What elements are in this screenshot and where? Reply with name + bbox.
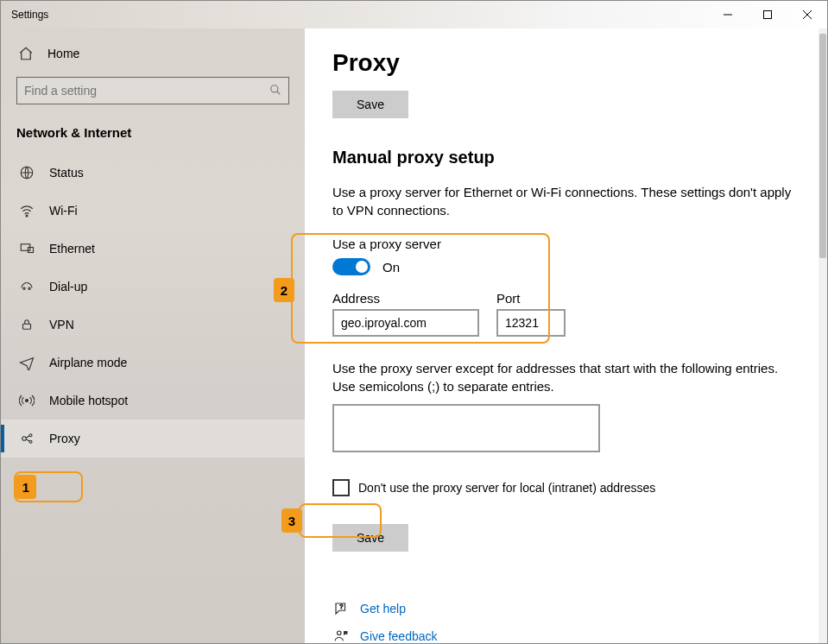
nav-label: Ethernet bbox=[49, 242, 95, 256]
sidebar-item-home[interactable]: Home bbox=[1, 37, 305, 70]
svg-point-4 bbox=[271, 85, 278, 92]
minimize-button[interactable] bbox=[708, 1, 748, 28]
nav-label: Airplane mode bbox=[49, 356, 127, 369]
local-checkbox[interactable] bbox=[332, 479, 350, 496]
hotspot-icon bbox=[18, 392, 35, 409]
nav-label: Mobile hotspot bbox=[49, 394, 128, 407]
scrollbar-thumb[interactable] bbox=[819, 34, 826, 258]
section-heading: Manual proxy setup bbox=[332, 148, 793, 167]
sidebar: Home Network & Internet Status bbox=[1, 28, 305, 643]
vpn-icon bbox=[18, 316, 35, 333]
titlebar: Settings bbox=[1, 1, 827, 28]
svg-text:?: ? bbox=[340, 603, 344, 609]
give-feedback-text: Give feedback bbox=[360, 629, 438, 643]
maximize-button[interactable] bbox=[748, 1, 787, 28]
content-area: Home Network & Internet Status bbox=[1, 28, 827, 643]
get-help-text: Get help bbox=[360, 602, 406, 616]
use-proxy-label: Use a proxy server bbox=[332, 237, 793, 251]
nav-label: Proxy bbox=[49, 432, 80, 445]
save-button-top[interactable]: Save bbox=[332, 91, 408, 118]
port-input[interactable] bbox=[496, 309, 566, 337]
section-title: Network & Internet bbox=[1, 118, 305, 154]
svg-point-11 bbox=[28, 287, 30, 289]
exceptions-textarea[interactable] bbox=[332, 404, 600, 452]
airplane-icon bbox=[18, 354, 35, 371]
use-proxy-toggle[interactable] bbox=[332, 258, 370, 275]
give-feedback-link[interactable]: Give feedback bbox=[332, 622, 793, 643]
svg-rect-1 bbox=[764, 11, 772, 19]
status-icon bbox=[18, 164, 35, 181]
search-wrap bbox=[16, 77, 289, 104]
page-title: Proxy bbox=[332, 49, 793, 77]
svg-point-20 bbox=[338, 631, 342, 635]
sidebar-item-airplane[interactable]: Airplane mode bbox=[1, 344, 305, 382]
search-input[interactable] bbox=[24, 84, 269, 98]
settings-window: Settings Home Network & Interne bbox=[0, 0, 828, 644]
nav-label: Dial-up bbox=[49, 280, 87, 294]
main-panel: Proxy Save Manual proxy setup Use a prox… bbox=[305, 28, 827, 643]
sidebar-item-wifi[interactable]: Wi-Fi bbox=[1, 192, 305, 230]
nav-label: Status bbox=[49, 166, 84, 180]
svg-point-16 bbox=[29, 440, 32, 443]
svg-line-17 bbox=[26, 436, 29, 438]
sidebar-item-hotspot[interactable]: Mobile hotspot bbox=[1, 382, 305, 420]
svg-point-13 bbox=[26, 400, 28, 402]
sidebar-item-ethernet[interactable]: Ethernet bbox=[1, 230, 305, 268]
svg-point-15 bbox=[29, 434, 32, 437]
scrollbar-track[interactable] bbox=[819, 28, 827, 643]
search-icon bbox=[269, 84, 281, 98]
address-input[interactable] bbox=[332, 309, 479, 337]
section-description: Use a proxy server for Ethernet or Wi-Fi… bbox=[332, 183, 793, 219]
wifi-icon bbox=[18, 202, 35, 219]
dialup-icon bbox=[18, 278, 35, 295]
feedback-icon bbox=[332, 628, 350, 643]
save-button-bottom[interactable]: Save bbox=[332, 524, 408, 552]
svg-rect-12 bbox=[23, 324, 31, 329]
local-checkbox-label: Don't use the proxy server for local (in… bbox=[358, 481, 655, 495]
svg-rect-9 bbox=[28, 248, 34, 253]
svg-point-14 bbox=[22, 437, 27, 441]
search-box[interactable] bbox=[16, 77, 289, 104]
sidebar-item-dialup[interactable]: Dial-up bbox=[1, 268, 305, 306]
help-icon: ? bbox=[332, 600, 350, 617]
sidebar-item-status[interactable]: Status bbox=[1, 154, 305, 192]
port-group: Port bbox=[496, 291, 566, 337]
svg-line-5 bbox=[277, 91, 281, 94]
ethernet-icon bbox=[18, 240, 35, 257]
home-label: Home bbox=[47, 47, 79, 60]
help-links: ? Get help Give feedback bbox=[332, 595, 793, 643]
home-icon bbox=[18, 46, 34, 61]
proxy-icon bbox=[18, 430, 35, 447]
nav-label: Wi-Fi bbox=[49, 204, 78, 218]
toggle-row: On bbox=[332, 258, 793, 275]
port-label: Port bbox=[496, 291, 566, 306]
address-group: Address bbox=[332, 291, 479, 337]
nav-list: Status Wi-Fi Ethernet Dial-up VPN bbox=[1, 154, 305, 458]
close-button[interactable] bbox=[787, 1, 827, 28]
svg-point-10 bbox=[23, 287, 25, 289]
sidebar-item-proxy[interactable]: Proxy bbox=[1, 420, 305, 458]
svg-point-7 bbox=[26, 215, 28, 217]
except-description: Use the proxy server except for addresse… bbox=[332, 359, 793, 395]
get-help-link[interactable]: ? Get help bbox=[332, 595, 793, 622]
nav-label: VPN bbox=[49, 318, 74, 331]
window-title: Settings bbox=[11, 9, 48, 21]
sidebar-item-vpn[interactable]: VPN bbox=[1, 306, 305, 344]
address-port-row: Address Port bbox=[332, 291, 793, 337]
svg-line-18 bbox=[26, 439, 29, 441]
address-label: Address bbox=[332, 291, 479, 306]
local-checkbox-row[interactable]: Don't use the proxy server for local (in… bbox=[332, 479, 793, 496]
toggle-state: On bbox=[382, 260, 400, 275]
